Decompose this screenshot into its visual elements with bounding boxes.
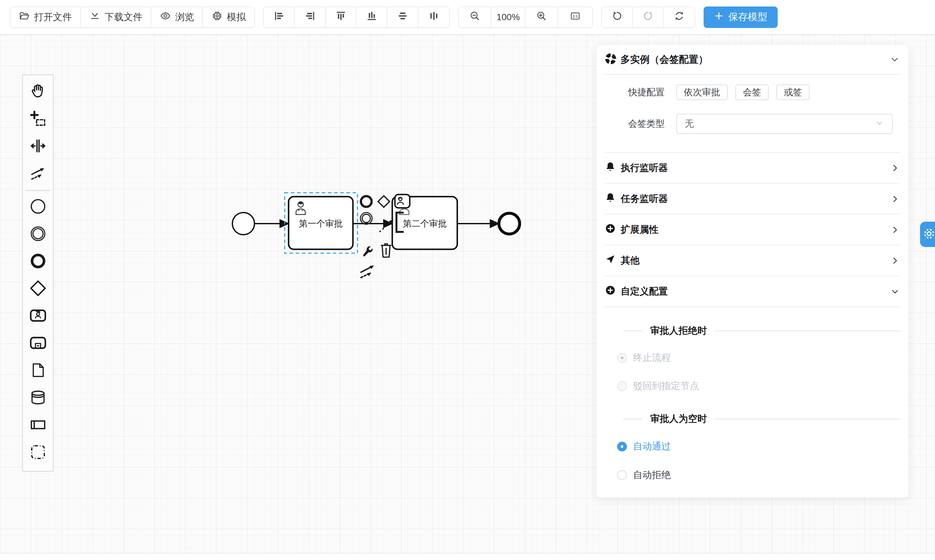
radio-auto-reject[interactable]: 自动拒绝 xyxy=(617,469,900,482)
refresh-button[interactable] xyxy=(664,7,695,27)
align-center-horizontal-icon xyxy=(397,11,408,24)
section-task-listener[interactable]: 任务监听器 xyxy=(605,184,900,214)
download-icon xyxy=(89,11,100,24)
section-custom-config[interactable]: 自定义配置 xyxy=(605,276,900,307)
delete-trash-button[interactable] xyxy=(379,242,393,260)
redo-button[interactable] xyxy=(633,7,664,27)
radio-button xyxy=(617,470,627,480)
palette-hand-tool[interactable] xyxy=(23,78,53,106)
align-top-button[interactable] xyxy=(326,7,357,27)
bell-icon xyxy=(605,161,616,175)
empty-group-title: 审批人为空时 xyxy=(605,414,900,424)
palette-lasso-tool[interactable] xyxy=(23,106,53,133)
redo-icon xyxy=(643,11,654,24)
append-text-annotation-button[interactable] xyxy=(377,209,406,235)
radio-return-to-node[interactable]: 驳回到指定节点 xyxy=(617,380,900,392)
settings-side-tab[interactable] xyxy=(920,222,935,247)
palette-start-event[interactable] xyxy=(23,193,53,221)
preview-button[interactable]: 浏览 xyxy=(151,7,203,27)
task-label-1: 第一个审批 xyxy=(299,219,343,228)
zoom-reset-1to1-icon: 1:1 xyxy=(570,11,581,24)
align-center-horizontal-button[interactable] xyxy=(388,7,418,27)
quick-config-countersign-button[interactable]: 会签 xyxy=(735,85,769,100)
section-label: 任务监听器 xyxy=(621,192,668,205)
section-extended-properties[interactable]: 扩展属性 xyxy=(605,214,900,245)
palette-intermediate-event[interactable] xyxy=(23,221,53,248)
palette-data-object[interactable] xyxy=(23,357,53,385)
simulate-button[interactable]: 模拟 xyxy=(203,7,254,27)
zoom-reset-button[interactable]: 1:1 xyxy=(558,7,592,27)
section-execution-listener[interactable]: 执行监听器 xyxy=(605,153,900,184)
palette-end-event[interactable] xyxy=(23,248,53,275)
participant-pool-icon xyxy=(29,417,48,434)
preview-label: 浏览 xyxy=(175,11,194,24)
palette-user-task[interactable] xyxy=(23,303,53,330)
sign-type-select[interactable]: 无 xyxy=(676,114,893,134)
palette-gateway[interactable] xyxy=(23,275,53,303)
align-center-vertical-button[interactable] xyxy=(418,7,449,27)
radio-terminate-process[interactable]: 终止流程 xyxy=(617,351,900,365)
align-top-icon xyxy=(335,11,346,24)
palette-space-tool[interactable] xyxy=(23,133,53,160)
end-event-node[interactable] xyxy=(499,213,520,234)
sign-type-value: 无 xyxy=(685,118,694,130)
user-task-icon xyxy=(29,306,47,326)
palette-global-connect-tool[interactable] xyxy=(23,160,53,188)
radio-button xyxy=(617,381,627,391)
chevron-down-icon xyxy=(875,118,884,130)
section-label: 自定义配置 xyxy=(621,285,668,298)
zoom-out-button[interactable] xyxy=(459,7,491,27)
save-model-button[interactable]: 保存模型 xyxy=(704,6,778,28)
chevron-down-icon[interactable] xyxy=(889,54,900,65)
download-file-button[interactable]: 下载文件 xyxy=(81,7,151,27)
toolbar: 打开文件 下载文件 浏览 xyxy=(0,0,935,35)
append-gateway-button[interactable] xyxy=(376,194,391,210)
file-actions-group: 打开文件 下载文件 浏览 xyxy=(10,6,255,28)
palette-participant-pool[interactable] xyxy=(23,412,53,439)
sequence-flow-3[interactable] xyxy=(457,220,498,227)
align-left-button[interactable] xyxy=(264,7,295,27)
radio-button xyxy=(617,353,627,363)
lasso-icon xyxy=(29,110,47,129)
open-file-button[interactable]: 打开文件 xyxy=(11,7,81,27)
zoom-level-value: 100% xyxy=(497,12,520,22)
palette-group[interactable] xyxy=(23,439,53,466)
undo-button[interactable] xyxy=(602,7,633,27)
panel-header[interactable]: 多实例（会签配置） xyxy=(605,45,900,75)
plus-circle-icon xyxy=(605,285,616,298)
quick-config-orsign-button[interactable]: 或签 xyxy=(777,85,810,100)
quick-config-sequential-button[interactable]: 依次审批 xyxy=(676,85,727,100)
palette-subprocess[interactable] xyxy=(23,330,53,357)
section-other[interactable]: 其他 xyxy=(605,245,900,276)
radio-auto-pass[interactable]: 自动通过 xyxy=(617,440,900,453)
panel-title: 多实例（会签配置） xyxy=(620,53,708,66)
connect-tool-button[interactable] xyxy=(359,262,377,281)
align-center-vertical-icon xyxy=(428,11,439,24)
append-task-button[interactable] xyxy=(393,193,411,211)
change-type-wrench-button[interactable] xyxy=(360,243,375,260)
gear-icon xyxy=(923,227,935,242)
hand-icon xyxy=(29,83,47,102)
data-object-icon xyxy=(30,362,46,380)
append-end-event-button[interactable] xyxy=(359,194,374,210)
start-event-node[interactable] xyxy=(232,212,254,235)
align-right-icon xyxy=(304,11,315,24)
subprocess-icon xyxy=(29,334,47,353)
space-tool-icon xyxy=(29,137,47,156)
chip-icon xyxy=(212,11,223,24)
palette-separator xyxy=(25,190,51,191)
align-bottom-button[interactable] xyxy=(357,7,388,27)
divider-line xyxy=(623,331,642,331)
sign-type-label: 会签类型 xyxy=(605,118,664,130)
sign-type-row: 会签类型 无 xyxy=(605,114,900,134)
multi-instance-icon xyxy=(605,53,617,66)
palette-data-store[interactable] xyxy=(23,385,53,412)
zoom-in-button[interactable] xyxy=(526,7,558,27)
task-node-1[interactable]: 第一个审批 xyxy=(289,197,353,249)
append-intermediate-event-button[interactable] xyxy=(359,211,374,227)
chevron-right-icon xyxy=(890,256,900,266)
zoom-level[interactable]: 100% xyxy=(491,7,526,27)
sequence-flow-1[interactable] xyxy=(254,220,288,227)
zoom-controls-group: 100% 1:1 xyxy=(458,6,593,28)
align-right-button[interactable] xyxy=(295,7,326,27)
